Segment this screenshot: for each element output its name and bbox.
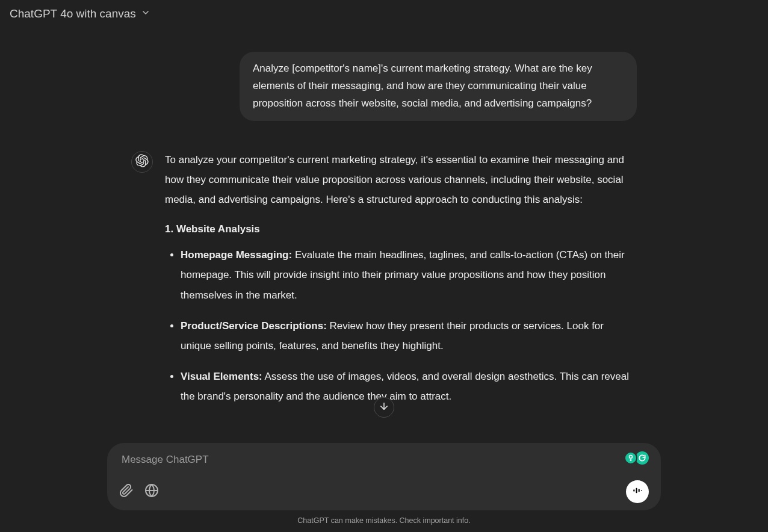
voice-input-button[interactable] (626, 480, 649, 503)
globe-icon (144, 483, 159, 500)
assistant-message: To analyze your competitor's current mar… (165, 150, 637, 418)
chevron-down-icon (141, 7, 150, 20)
assistant-turn: To analyze your competitor's current mar… (131, 150, 637, 418)
list-item: Visual Elements: Assess the use of image… (181, 367, 637, 406)
user-turn: Analyze [competitor's name]'s current ma… (131, 52, 637, 121)
svg-rect-8 (639, 489, 640, 492)
bullet-label: Product/Service Descriptions: (181, 320, 327, 332)
assistant-intro-text: To analyze your competitor's current mar… (165, 150, 637, 209)
header-bar: ChatGPT 4o with canvas (0, 0, 768, 28)
paperclip-icon (119, 483, 134, 500)
svg-rect-6 (633, 489, 634, 491)
scroll-to-bottom-button[interactable] (374, 397, 394, 418)
list-item: Homepage Messaging: Evaluate the main he… (181, 245, 637, 305)
composer (107, 443, 661, 510)
grammarly-add-icon[interactable] (624, 451, 637, 465)
bullet-label: Visual Elements: (181, 371, 262, 382)
bullet-list: Homepage Messaging: Evaluate the main he… (165, 245, 637, 406)
grammarly-icon[interactable] (636, 451, 649, 465)
svg-rect-9 (641, 490, 642, 491)
conversation-thread: Analyze [competitor's name]'s current ma… (95, 28, 673, 417)
list-item: Product/Service Descriptions: Review how… (181, 316, 637, 356)
openai-logo-icon (135, 154, 149, 170)
attach-button[interactable] (119, 484, 134, 499)
web-search-button[interactable] (144, 484, 159, 499)
message-input[interactable] (119, 453, 649, 467)
svg-rect-7 (636, 488, 637, 493)
section-heading: 1. Website Analysis (165, 219, 637, 239)
composer-area: ChatGPT can make mistakes. Check importa… (0, 443, 768, 532)
disclaimer-text: ChatGPT can make mistakes. Check importa… (297, 516, 470, 525)
bullet-label: Homepage Messaging: (181, 249, 292, 261)
waveform-icon (631, 484, 643, 499)
user-message-bubble: Analyze [competitor's name]'s current ma… (240, 52, 637, 121)
assistant-avatar (131, 151, 153, 173)
user-message-text: Analyze [competitor's name]'s current ma… (253, 63, 592, 109)
arrow-down-icon (379, 401, 389, 414)
svg-point-1 (630, 456, 633, 459)
grammarly-extension-badges (624, 451, 649, 465)
model-label: ChatGPT 4o with canvas (10, 7, 136, 20)
composer-toolbar (119, 480, 649, 503)
composer-left-tools (119, 484, 159, 499)
model-selector[interactable]: ChatGPT 4o with canvas (10, 7, 150, 20)
